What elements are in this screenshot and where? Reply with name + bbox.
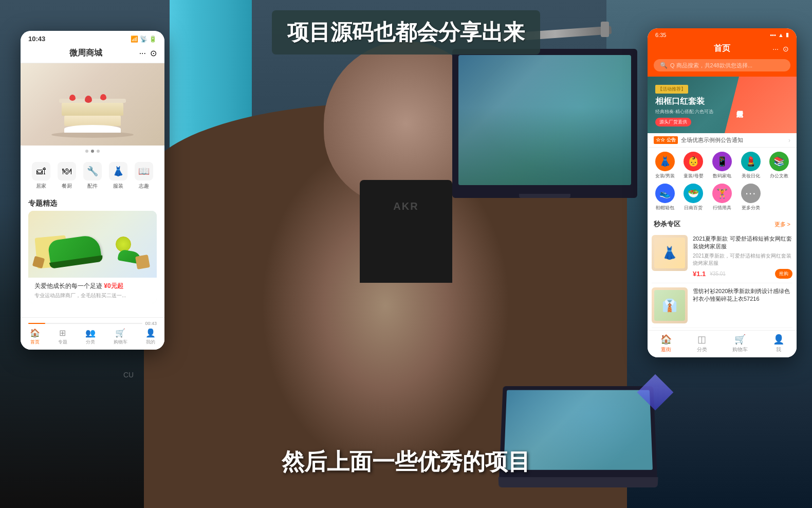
left-nav-home-label: 首页 [30,339,40,346]
strawberry2 [85,96,92,103]
right-wifi-icon: ▲ [778,32,784,38]
cat-accessories-icon: 🔧 [83,162,102,180]
signal-bars-icon: 📶 [131,35,138,43]
progress-bar[interactable] [28,323,142,324]
chair-logo: AKR [393,201,418,212]
right-cat-kids[interactable]: 👶 童装/母婴 [680,152,707,179]
left-nav-cart[interactable]: 🛒 购物车 [114,328,127,346]
right-banner[interactable]: 【活动推荐】 相框口红套装 经典独奏·精心搭配·六色可选 源头厂货直供 泉州超级… [648,77,797,133]
right-cat-office-icon: 📚 [769,152,789,171]
scan-icon[interactable]: ⊙ [150,48,157,58]
product-price-row-1: ¥1.1 ¥35.01 抢购 [693,269,792,279]
right-cat-more-icon: ··· [741,184,761,203]
ann-text: 全场优惠示例例公告通知 [681,136,785,144]
banner-left: 【活动推荐】 相框口红套装 经典独奏·精心搭配·六色可选 源头厂货直供 [648,77,721,133]
cat-interest[interactable]: 📖 志趣 [135,162,153,190]
cat-home[interactable]: 🛋 居家 [32,162,50,190]
right-search-input[interactable] [670,62,784,68]
right-nav-cart[interactable]: 🛒 购物车 [732,334,748,353]
right-cat-digital[interactable]: 📱 数码家电 [709,152,735,179]
left-nav-me[interactable]: 👤 我的 [145,328,156,346]
strawberry3 [100,94,106,100]
right-cat-sports-label: 行情用具 [713,205,731,211]
right-cat-office-label: 办公文教 [770,173,788,179]
right-status-icons: ▪▪▪ ▲ ▮ [770,31,789,38]
cu-label: CU [123,371,134,379]
right-cat-beauty[interactable]: 💄 美妆日化 [737,152,764,179]
right-cat-shoes-icon: 👟 [655,184,675,203]
right-cat-shoes-label: 鞋帽箱包 [656,205,674,211]
ann-badge-left: ☆☆ [656,137,665,142]
product-name-2: 雪纺衬衫2020秋季新款刺绣设计感绿色衬衣小雏菊碎花上衣57216 [693,287,792,303]
left-bottom-nav: 00:43 🏠 首页 ⊞ 专题 👥 分类 🛒 购物车 👤 我的 [21,317,164,350]
right-search-icon: 🔍 [660,62,668,69]
cat-clothing-label: 服装 [113,183,123,190]
cat-clothing[interactable]: 👗 服装 [109,162,127,190]
cat-home-icon: 🛋 [32,162,50,180]
banner-title: 相框口红套装 [655,96,713,107]
featured-product-desc: 专业运动品牌商厂，全毛毡鞋买二送一... [34,292,151,299]
right-bottom-nav: 🏠 逛街 ◫ 分类 🛒 购物车 👤 我 [648,330,797,357]
dot-3 [97,150,100,153]
right-nav-scan-icon[interactable]: ⊙ [783,45,789,53]
right-cat-sports[interactable]: 🏋 行情用具 [709,184,735,211]
left-nav-me-icon: 👤 [145,328,156,338]
left-nav-topic[interactable]: ⊞ 专题 [58,328,67,346]
product-item-2[interactable]: 👔 雪纺衬衫2020秋季新款刺绣设计感绿色衬衣小雏菊碎花上衣57216 [652,283,792,328]
right-nav-menu-icon[interactable]: ··· [772,45,779,53]
left-nav-home[interactable]: 🏠 首页 [30,328,40,346]
right-nav-cat[interactable]: ◫ 分类 [697,334,707,353]
left-hero-banner [21,63,164,146]
cat-accessories-label: 配件 [87,183,98,190]
seckill-more[interactable]: 更多 > [774,221,790,228]
cream-top [64,125,121,133]
featured-product-card[interactable]: 关爱他成长的每一个足迹 ¥0元起 专业运动品牌商厂，全毛毡鞋买二送一... [28,211,157,303]
right-cat-clothing-label: 女装/男装 [655,173,675,179]
left-nav-cart-icon: 🛒 [115,328,125,338]
cat-interest-icon: 📖 [135,162,153,180]
right-nav-cat-label: 分类 [697,346,707,353]
strawberry1 [69,95,76,101]
subtitle-bottom: 然后上面一些优秀的项目 [282,447,530,477]
cat-dining[interactable]: 🍽 餐厨 [58,162,76,190]
left-category-row: 🛋 居家 🍽 餐厨 🔧 配件 👗 服装 📖 志趣 [21,157,164,195]
left-nav-title: 微周商城 [69,48,102,59]
right-cat-more[interactable]: ··· 更多分类 [737,184,764,211]
right-cat-clothing-icon: 👗 [655,152,675,171]
announcement-bar[interactable]: ☆☆ 公告 全场优惠示例例公告通知 › [648,133,797,148]
product-price-1: ¥1.1 [693,270,706,278]
left-nav-cat[interactable]: 👥 分类 [85,328,96,346]
menu-icon[interactable]: ··· [139,49,146,58]
cake [59,99,126,133]
right-cat-grocery[interactable]: 🥗 日南百货 [680,184,707,211]
cake-layer-top [64,116,121,126]
product-price-orig-1: ¥35.01 [710,271,726,277]
right-cat-clothing[interactable]: 👗 女装/男装 [652,152,678,179]
left-nav-cat-label: 分类 [86,339,95,346]
right-cat-shoes[interactable]: 👟 鞋帽箱包 [652,184,678,211]
left-nav-cat-icon: 👥 [85,328,96,338]
cake-layer-bottom [59,99,126,103]
right-nav-home-icon: 🏠 [660,334,672,345]
cat-accessories[interactable]: 🔧 配件 [83,162,102,190]
product-sub-1: 2021夏季新款，可爱舒适棉短裤女网红套装烧烤家居服 [693,252,792,267]
video-progress: 00:43 [21,321,164,328]
ann-arrow-icon: › [788,137,790,144]
cat-interest-label: 志趣 [139,183,149,190]
right-nav-me[interactable]: 👤 我 [773,334,784,353]
right-nav-cat-icon: ◫ [697,334,706,345]
right-search-box[interactable]: 🔍 [654,59,790,71]
right-status-time: 6:35 [655,32,666,38]
right-nav-cart-label: 购物车 [732,346,748,353]
right-nav-home-label: 逛街 [661,346,671,353]
right-seckill-header: 秒杀专区 更多 > [648,215,797,231]
left-section-title: 专题精选 [21,195,164,211]
featured-product-info: 关爱他成长的每一个足迹 ¥0元起 专业运动品牌商厂，全毛毡鞋买二送一... [28,278,157,303]
product-buy-btn-1[interactable]: 抢购 [775,269,792,279]
banner-button[interactable]: 源头厂货直供 [655,118,691,126]
right-cat-office[interactable]: 📚 办公文教 [766,152,792,179]
cat-clothing-icon: 👗 [109,162,127,180]
progress-fill [28,323,45,324]
right-nav-home[interactable]: 🏠 逛街 [660,334,672,353]
product-item-1[interactable]: 👗 2021夏季新款 可爱舒适棉短裤女网红套装烧烤家居服 2021夏季新款，可爱… [652,231,792,283]
